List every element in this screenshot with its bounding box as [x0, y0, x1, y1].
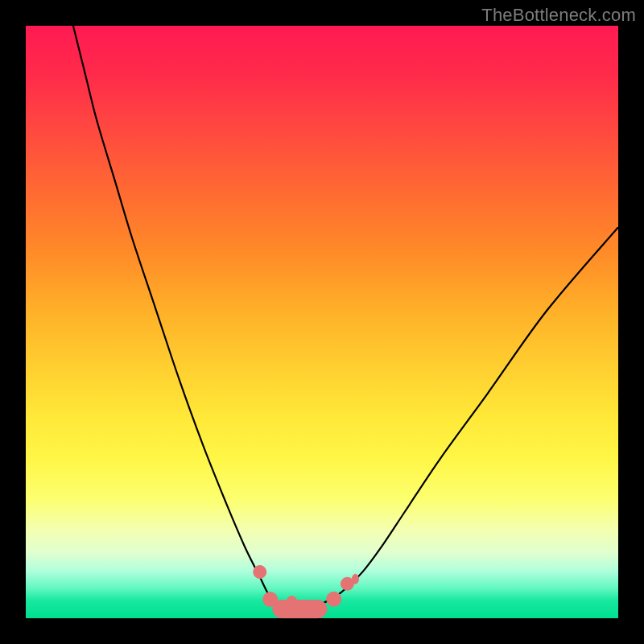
plot-area — [26, 26, 618, 618]
trough-dot — [327, 592, 341, 606]
trough-dot — [287, 597, 296, 606]
trough-body — [273, 601, 327, 618]
bottleneck-curve — [73, 26, 618, 607]
chart-svg — [26, 26, 618, 618]
watermark-text: TheBottleneck.com — [481, 5, 636, 26]
chart-frame: TheBottleneck.com — [0, 0, 644, 644]
trough-dot — [254, 565, 266, 578]
trough-dot — [352, 574, 358, 584]
